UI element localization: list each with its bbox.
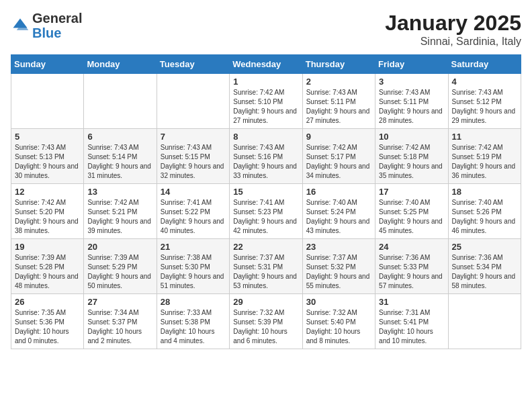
day-number: 21 xyxy=(161,242,226,252)
day-info: Sunrise: 7:42 AM Sunset: 5:19 PM Dayligh… xyxy=(452,143,517,181)
day-info: Sunrise: 7:32 AM Sunset: 5:40 PM Dayligh… xyxy=(306,308,371,346)
location-subtitle: Sinnai, Sardinia, Italy xyxy=(385,36,521,48)
month-title: January 2025 xyxy=(385,11,521,36)
day-number: 1 xyxy=(233,77,298,87)
day-number: 18 xyxy=(452,187,517,197)
day-cell: 11Sunrise: 7:42 AM Sunset: 5:19 PM Dayli… xyxy=(448,129,521,184)
weekday-header-monday: Monday xyxy=(84,55,157,74)
day-cell: 12Sunrise: 7:42 AM Sunset: 5:20 PM Dayli… xyxy=(11,184,84,239)
day-cell: 2Sunrise: 7:43 AM Sunset: 5:11 PM Daylig… xyxy=(302,74,375,129)
day-number: 22 xyxy=(233,242,298,252)
day-number: 9 xyxy=(306,132,371,142)
day-number: 31 xyxy=(379,297,444,307)
day-number: 25 xyxy=(452,242,517,252)
day-number: 29 xyxy=(233,297,298,307)
day-info: Sunrise: 7:33 AM Sunset: 5:38 PM Dayligh… xyxy=(161,308,226,346)
day-number: 17 xyxy=(379,187,444,197)
day-info: Sunrise: 7:39 AM Sunset: 5:29 PM Dayligh… xyxy=(87,253,152,291)
day-cell: 20Sunrise: 7:39 AM Sunset: 5:29 PM Dayli… xyxy=(84,239,157,294)
day-cell: 8Sunrise: 7:43 AM Sunset: 5:16 PM Daylig… xyxy=(230,129,302,184)
day-cell: 24Sunrise: 7:36 AM Sunset: 5:33 PM Dayli… xyxy=(375,239,448,294)
day-number: 28 xyxy=(161,297,226,307)
day-info: Sunrise: 7:43 AM Sunset: 5:14 PM Dayligh… xyxy=(87,143,152,181)
logo-general-text: General xyxy=(32,11,82,26)
day-cell: 19Sunrise: 7:39 AM Sunset: 5:28 PM Dayli… xyxy=(11,239,84,294)
weekday-header-friday: Friday xyxy=(375,55,448,74)
day-info: Sunrise: 7:42 AM Sunset: 5:21 PM Dayligh… xyxy=(87,198,152,236)
day-cell: 18Sunrise: 7:40 AM Sunset: 5:26 PM Dayli… xyxy=(448,184,521,239)
week-row-3: 12Sunrise: 7:42 AM Sunset: 5:20 PM Dayli… xyxy=(11,184,521,239)
day-cell: 10Sunrise: 7:42 AM Sunset: 5:18 PM Dayli… xyxy=(375,129,448,184)
day-number: 24 xyxy=(379,242,444,252)
day-info: Sunrise: 7:43 AM Sunset: 5:12 PM Dayligh… xyxy=(452,88,517,126)
day-number: 26 xyxy=(15,297,80,307)
day-number: 15 xyxy=(233,187,298,197)
day-number: 14 xyxy=(161,187,226,197)
day-cell: 4Sunrise: 7:43 AM Sunset: 5:12 PM Daylig… xyxy=(448,74,521,129)
day-info: Sunrise: 7:37 AM Sunset: 5:32 PM Dayligh… xyxy=(306,253,371,291)
day-number: 27 xyxy=(87,297,152,307)
title-area: January 2025 Sinnai, Sardinia, Italy xyxy=(385,11,521,48)
day-cell: 26Sunrise: 7:35 AM Sunset: 5:36 PM Dayli… xyxy=(11,294,84,349)
day-number: 2 xyxy=(306,77,371,87)
day-number: 20 xyxy=(87,242,152,252)
week-row-4: 19Sunrise: 7:39 AM Sunset: 5:28 PM Dayli… xyxy=(11,239,521,294)
day-cell: 15Sunrise: 7:41 AM Sunset: 5:23 PM Dayli… xyxy=(230,184,302,239)
week-row-1: 1Sunrise: 7:42 AM Sunset: 5:10 PM Daylig… xyxy=(11,74,521,129)
day-number: 10 xyxy=(379,132,444,142)
day-info: Sunrise: 7:37 AM Sunset: 5:31 PM Dayligh… xyxy=(233,253,298,291)
day-info: Sunrise: 7:41 AM Sunset: 5:22 PM Dayligh… xyxy=(161,198,226,236)
weekday-header-wednesday: Wednesday xyxy=(230,55,302,74)
day-cell: 25Sunrise: 7:36 AM Sunset: 5:34 PM Dayli… xyxy=(448,239,521,294)
day-cell xyxy=(157,74,229,129)
day-info: Sunrise: 7:32 AM Sunset: 5:39 PM Dayligh… xyxy=(233,308,298,346)
day-cell: 9Sunrise: 7:42 AM Sunset: 5:17 PM Daylig… xyxy=(302,129,375,184)
day-info: Sunrise: 7:43 AM Sunset: 5:15 PM Dayligh… xyxy=(161,143,226,181)
day-cell: 17Sunrise: 7:40 AM Sunset: 5:25 PM Dayli… xyxy=(375,184,448,239)
weekday-header-tuesday: Tuesday xyxy=(157,55,229,74)
day-number: 3 xyxy=(379,77,444,87)
day-cell: 30Sunrise: 7:32 AM Sunset: 5:40 PM Dayli… xyxy=(302,294,375,349)
day-cell: 1Sunrise: 7:42 AM Sunset: 5:10 PM Daylig… xyxy=(230,74,302,129)
day-info: Sunrise: 7:40 AM Sunset: 5:26 PM Dayligh… xyxy=(452,198,517,236)
day-cell xyxy=(11,74,84,129)
day-cell: 21Sunrise: 7:38 AM Sunset: 5:30 PM Dayli… xyxy=(157,239,229,294)
day-cell: 23Sunrise: 7:37 AM Sunset: 5:32 PM Dayli… xyxy=(302,239,375,294)
day-info: Sunrise: 7:43 AM Sunset: 5:11 PM Dayligh… xyxy=(306,88,371,126)
day-info: Sunrise: 7:34 AM Sunset: 5:37 PM Dayligh… xyxy=(87,308,152,346)
calendar: SundayMondayTuesdayWednesdayThursdayFrid… xyxy=(11,54,521,349)
day-info: Sunrise: 7:42 AM Sunset: 5:20 PM Dayligh… xyxy=(15,198,80,236)
day-number: 23 xyxy=(306,242,371,252)
day-cell: 5Sunrise: 7:43 AM Sunset: 5:13 PM Daylig… xyxy=(11,129,84,184)
day-cell: 29Sunrise: 7:32 AM Sunset: 5:39 PM Dayli… xyxy=(230,294,302,349)
day-info: Sunrise: 7:31 AM Sunset: 5:41 PM Dayligh… xyxy=(379,308,444,346)
day-info: Sunrise: 7:41 AM Sunset: 5:23 PM Dayligh… xyxy=(233,198,298,236)
day-info: Sunrise: 7:43 AM Sunset: 5:16 PM Dayligh… xyxy=(233,143,298,181)
day-info: Sunrise: 7:38 AM Sunset: 5:30 PM Dayligh… xyxy=(161,253,226,291)
day-info: Sunrise: 7:40 AM Sunset: 5:24 PM Dayligh… xyxy=(306,198,371,236)
day-number: 5 xyxy=(15,132,80,142)
day-info: Sunrise: 7:42 AM Sunset: 5:18 PM Dayligh… xyxy=(379,143,444,181)
day-number: 30 xyxy=(306,297,371,307)
day-info: Sunrise: 7:43 AM Sunset: 5:13 PM Dayligh… xyxy=(15,143,80,181)
day-info: Sunrise: 7:36 AM Sunset: 5:34 PM Dayligh… xyxy=(452,253,517,291)
logo: General Blue xyxy=(11,11,82,40)
day-number: 8 xyxy=(233,132,298,142)
day-info: Sunrise: 7:42 AM Sunset: 5:17 PM Dayligh… xyxy=(306,143,371,181)
day-cell: 6Sunrise: 7:43 AM Sunset: 5:14 PM Daylig… xyxy=(84,129,157,184)
weekday-header-row: SundayMondayTuesdayWednesdayThursdayFrid… xyxy=(11,55,521,74)
day-info: Sunrise: 7:42 AM Sunset: 5:10 PM Dayligh… xyxy=(233,88,298,126)
day-number: 7 xyxy=(161,132,226,142)
day-cell: 7Sunrise: 7:43 AM Sunset: 5:15 PM Daylig… xyxy=(157,129,229,184)
day-number: 13 xyxy=(87,187,152,197)
logo-icon xyxy=(11,16,30,35)
day-info: Sunrise: 7:39 AM Sunset: 5:28 PM Dayligh… xyxy=(15,253,80,291)
week-row-2: 5Sunrise: 7:43 AM Sunset: 5:13 PM Daylig… xyxy=(11,129,521,184)
day-cell: 14Sunrise: 7:41 AM Sunset: 5:22 PM Dayli… xyxy=(157,184,229,239)
logo-blue-text: Blue xyxy=(32,26,61,40)
header: General Blue January 2025 Sinnai, Sardin… xyxy=(11,11,521,48)
day-number: 16 xyxy=(306,187,371,197)
day-info: Sunrise: 7:35 AM Sunset: 5:36 PM Dayligh… xyxy=(15,308,80,346)
day-number: 11 xyxy=(452,132,517,142)
day-number: 4 xyxy=(452,77,517,87)
